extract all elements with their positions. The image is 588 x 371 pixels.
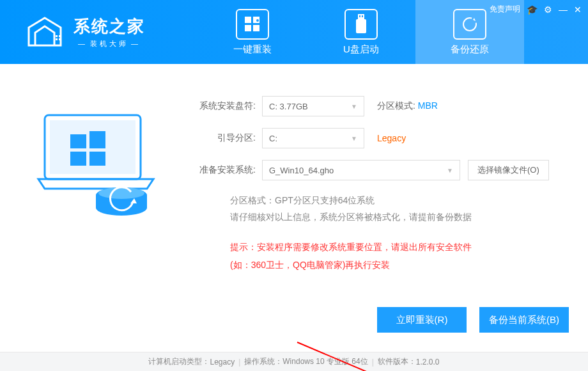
content-area: 系统安装盘符: C: 3.77GB ▼ 分区模式: MBR 引导分区: C: ▼…: [0, 64, 588, 352]
laptop-illustration: [32, 109, 160, 224]
svg-rect-2: [56, 38, 58, 40]
row-prepare-system: 准备安装系统: G_Win10_64.gho ▼ 选择镜像文件(O): [192, 160, 569, 180]
svg-rect-12: [362, 15, 363, 17]
svg-point-22: [96, 200, 147, 216]
svg-rect-4: [245, 17, 251, 23]
svg-rect-19: [89, 152, 105, 166]
action-buttons: 立即重装(R) 备份当前系统(B): [377, 307, 569, 333]
svg-rect-10: [356, 19, 366, 33]
svg-rect-16: [70, 134, 86, 148]
tab-one-click-reinstall[interactable]: 一键重装: [198, 0, 307, 64]
reinstall-button[interactable]: 立即重装(R): [377, 307, 467, 333]
info-text: 分区格式：GPT分区只支持64位系统 请仔细核对以上信息，系统分区将被格式化，请…: [230, 192, 569, 225]
logo-title: 系统之家: [74, 15, 145, 38]
restore-icon: [453, 9, 486, 40]
chevron-down-icon: ▼: [351, 135, 357, 142]
graduation-icon[interactable]: 🎓: [527, 4, 538, 15]
disclaimer-link[interactable]: 免责声明: [490, 4, 520, 15]
choose-image-button[interactable]: 选择镜像文件(O): [468, 160, 549, 180]
boot-partition-label: 引导分区:: [192, 132, 256, 144]
chevron-down-icon: ▼: [447, 167, 453, 174]
svg-rect-17: [89, 131, 105, 148]
svg-point-8: [256, 19, 259, 22]
tab-usb-boot[interactable]: U盘启动: [307, 0, 415, 64]
header: 系统之家 装机大师 一键重装 U盘启动 备份还原 免责声明 🎓 ⚙ — ✕: [0, 0, 588, 64]
logo-area: 系统之家 装机大师: [0, 15, 198, 50]
close-icon[interactable]: ✕: [574, 4, 582, 15]
boot-partition-select[interactable]: C: ▼: [262, 128, 364, 148]
svg-rect-7: [253, 25, 259, 31]
prepare-system-select[interactable]: G_Win10_64.gho ▼: [262, 160, 460, 180]
status-bar: 计算机启动类型：Legacy | 操作系统：Windows 10 专业版 64位…: [0, 352, 588, 371]
svg-rect-1: [59, 35, 61, 37]
chevron-down-icon: ▼: [351, 103, 357, 110]
prepare-label: 准备安装系统:: [192, 164, 256, 176]
settings-icon[interactable]: ⚙: [544, 4, 552, 15]
row-install-drive: 系统安装盘符: C: 3.77GB ▼ 分区模式: MBR: [192, 96, 569, 116]
partition-mode-info: 分区模式: MBR: [377, 100, 438, 112]
backup-button[interactable]: 备份当前系统(B): [479, 307, 569, 333]
svg-rect-9: [358, 14, 364, 19]
tab-label: 备份还原: [451, 43, 489, 56]
minimize-icon[interactable]: —: [559, 4, 568, 15]
install-drive-label: 系统安装盘符:: [192, 100, 256, 112]
row-boot-partition: 引导分区: C: ▼ Legacy: [192, 128, 569, 148]
form-area: 系统安装盘符: C: 3.77GB ▼ 分区模式: MBR 引导分区: C: ▼…: [192, 96, 569, 274]
svg-rect-0: [56, 35, 58, 37]
svg-rect-11: [359, 15, 360, 17]
boot-mode-info: Legacy: [377, 133, 406, 143]
install-drive-select[interactable]: C: 3.77GB ▼: [262, 96, 364, 116]
window-controls: 免责声明 🎓 ⚙ — ✕: [490, 4, 582, 15]
svg-point-23: [98, 187, 144, 199]
reinstall-icon: [236, 9, 269, 40]
warning-text: 提示：安装程序需要修改系统重要位置，请退出所有安全软件 (如：360卫士，QQ电…: [230, 238, 569, 274]
tab-label: 一键重装: [233, 43, 272, 56]
logo-icon: [22, 15, 67, 50]
tab-label: U盘启动: [343, 43, 379, 56]
svg-rect-18: [70, 152, 86, 166]
svg-rect-6: [245, 25, 251, 31]
usb-icon: [344, 9, 378, 40]
svg-rect-3: [59, 38, 61, 40]
logo-subtitle: 装机大师: [74, 39, 145, 49]
